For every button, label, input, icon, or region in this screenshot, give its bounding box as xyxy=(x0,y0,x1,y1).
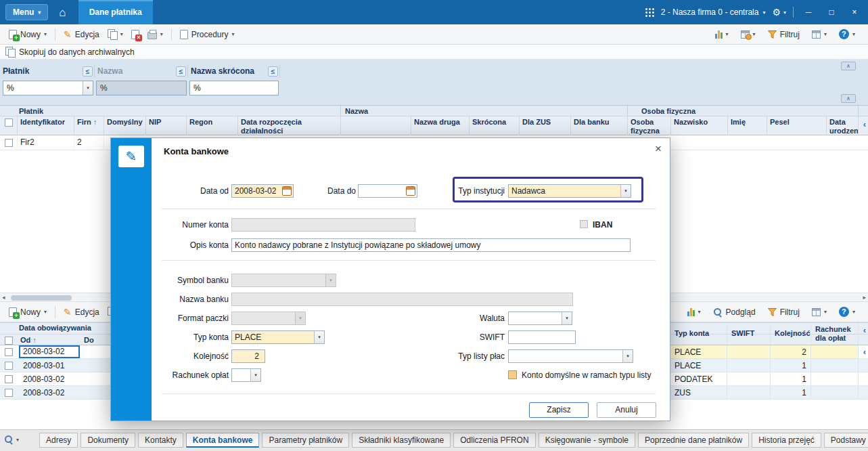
numer-konta-input[interactable] xyxy=(231,218,415,232)
tab-konta-bankowe[interactable]: Konta bankowe xyxy=(186,433,260,448)
collapse-panel-button[interactable]: ∧ xyxy=(841,94,856,103)
symbol-banku-select[interactable] xyxy=(231,274,336,287)
detail-grid-layout-button[interactable] xyxy=(808,306,830,318)
waluta-select[interactable] xyxy=(508,312,572,325)
dropdown-button[interactable] xyxy=(250,369,260,381)
col-typ-konta[interactable]: Typ konta xyxy=(670,323,727,345)
calendar-icon[interactable] xyxy=(282,186,292,196)
delete-button[interactable] xyxy=(128,28,143,41)
col-nazwa[interactable] xyxy=(341,116,411,135)
row-checkbox[interactable] xyxy=(5,375,13,383)
col-osoba-fizyczna[interactable]: Osoba fizyczna xyxy=(628,116,671,135)
close-button[interactable]: × xyxy=(846,7,863,17)
dropdown-button[interactable] xyxy=(620,185,631,197)
procedures-button[interactable]: Procedury xyxy=(177,28,238,41)
dropdown-button[interactable] xyxy=(83,81,93,95)
row-checkbox[interactable] xyxy=(5,348,13,356)
chart-button[interactable] xyxy=(712,28,732,41)
scroll-left-arrow[interactable] xyxy=(2,294,5,301)
filter-input-nazwa[interactable]: % xyxy=(96,81,187,95)
dropdown-button[interactable] xyxy=(314,331,324,343)
copy-button[interactable] xyxy=(104,27,127,41)
cancel-button[interactable]: Anuluj xyxy=(597,402,656,418)
typ-konta-select[interactable]: PLACE xyxy=(231,330,325,344)
sort-lte-icon[interactable]: ≤ xyxy=(268,66,278,77)
help-button[interactable]: ? xyxy=(836,27,859,41)
tab-poprzednie-dane[interactable]: Poprzednie dane płatników xyxy=(638,433,749,448)
dropdown-button[interactable] xyxy=(622,350,633,362)
col-firma[interactable]: Firn ↑ xyxy=(74,116,104,135)
detail-chart-button[interactable] xyxy=(684,305,704,318)
detail-help-button[interactable]: ? xyxy=(836,305,859,319)
preview-button[interactable]: Podgląd xyxy=(710,305,759,319)
detail-edit-button[interactable]: ✎ Edycja xyxy=(60,305,103,319)
data-od-input[interactable]: 2008-03-02 xyxy=(231,184,294,198)
col-dla-zus[interactable]: Dla ZUS xyxy=(520,116,571,135)
scroll-right-arrow[interactable] xyxy=(863,294,866,301)
col-nazwisko[interactable]: Nazwisko xyxy=(671,116,728,135)
dropdown-button[interactable] xyxy=(562,312,572,324)
typ-instytucji-select[interactable]: Nadawca xyxy=(508,184,631,198)
tab-adresy[interactable]: Adresy xyxy=(39,433,78,448)
rachunek-oplat-select[interactable] xyxy=(231,368,261,382)
maximize-button[interactable]: □ xyxy=(823,7,840,17)
app-launcher-icon[interactable] xyxy=(645,7,654,17)
grid-layout-button[interactable] xyxy=(808,28,830,41)
row-checkbox[interactable] xyxy=(5,362,13,370)
sort-lte-icon[interactable]: ≤ xyxy=(176,66,186,77)
col-regon[interactable]: Regon xyxy=(187,116,238,135)
menu-button[interactable]: Menu xyxy=(5,4,48,20)
col-identyfikator[interactable]: Identyfikator xyxy=(18,116,74,135)
edit-button[interactable]: ✎ Edycja xyxy=(60,28,103,41)
dialog-close-icon[interactable]: × xyxy=(655,142,662,156)
tab-podstawy-naliczania[interactable]: Podstawy naliczania xyxy=(824,433,868,448)
col-data-rozpoczecia[interactable]: Data rozpoczęcia działalności xyxy=(238,116,341,135)
detail-new-button[interactable]: Nowy xyxy=(5,305,50,319)
col-skrocona[interactable]: Skrócona xyxy=(470,116,520,135)
tab-kontakty[interactable]: Kontakty xyxy=(138,433,183,448)
filter-button[interactable]: Filtruj xyxy=(764,28,803,41)
copy-archive-link[interactable]: Skopiuj do danych archiwalnych xyxy=(19,47,135,57)
scroll-left-icon[interactable] xyxy=(863,119,866,129)
collapse-filter-button[interactable]: ∧ xyxy=(841,62,856,70)
konto-domyslne-checkbox[interactable] xyxy=(508,370,517,379)
dropdown-button[interactable] xyxy=(295,312,305,324)
select-all-checkbox[interactable] xyxy=(5,337,13,345)
tab-skladniki-klasyfikowane[interactable]: Składniki klasyfikowane xyxy=(352,433,451,448)
view-settings-button[interactable] xyxy=(737,28,759,41)
col-data-urodzenia[interactable]: Data urodzen xyxy=(827,116,859,135)
col-rachunek[interactable]: Rachunek dla opłat xyxy=(811,323,859,345)
tab-parametry-platnikow[interactable]: Parametry płatników xyxy=(262,433,349,448)
save-button[interactable]: Zapisz xyxy=(529,402,589,418)
col-nazwa-druga[interactable]: Nazwa druga xyxy=(411,116,470,135)
dropdown-button[interactable] xyxy=(325,274,336,286)
row-checkbox[interactable] xyxy=(5,389,13,397)
scroll-left-icon[interactable] xyxy=(863,325,866,335)
iban-checkbox[interactable] xyxy=(580,220,588,228)
opis-konta-input[interactable]: Konto nadawcy pobrane z Instytucji powią… xyxy=(231,238,631,252)
tab-historia-przejec[interactable]: Historia przejęć xyxy=(752,433,821,448)
filter-input-platnik[interactable]: % xyxy=(3,81,93,95)
col-pesel[interactable]: Pesel xyxy=(767,116,827,135)
col-nip[interactable]: NIP xyxy=(146,116,187,135)
scrollbar-thumb[interactable] xyxy=(11,295,72,301)
sort-lte-icon[interactable]: ≤ xyxy=(83,66,93,77)
select-all-checkbox[interactable] xyxy=(5,119,13,127)
col-dla-banku[interactable]: Dla banku xyxy=(571,116,628,135)
format-paczki-select[interactable] xyxy=(231,312,306,325)
tab-ksiegowanie-symbole[interactable]: Księgowanie - symbole xyxy=(539,433,635,448)
company-selector[interactable]: 2 - Nasza firma 0 - centrala xyxy=(661,7,766,17)
detail-filter-button[interactable]: Filtruj xyxy=(764,305,803,319)
cell-od-selected[interactable]: 2008-03-02 xyxy=(19,345,80,358)
settings-menu[interactable]: ⚙ xyxy=(772,7,786,18)
col-od[interactable]: Od ↑ xyxy=(18,336,81,345)
filter-input-nazwa-skrocona[interactable]: % xyxy=(189,81,279,95)
row-checkbox[interactable] xyxy=(5,139,13,147)
kolejnosc-input[interactable]: 2 xyxy=(231,349,265,363)
home-icon[interactable]: ⌂ xyxy=(59,7,66,18)
tab-dane-platnika[interactable]: Dane płatnika xyxy=(78,0,153,24)
minimize-button[interactable]: ─ xyxy=(800,7,817,17)
new-button[interactable]: Nowy xyxy=(5,28,50,41)
tab-tools[interactable] xyxy=(4,435,19,444)
tab-dokumenty[interactable]: Dokumenty xyxy=(81,433,135,448)
